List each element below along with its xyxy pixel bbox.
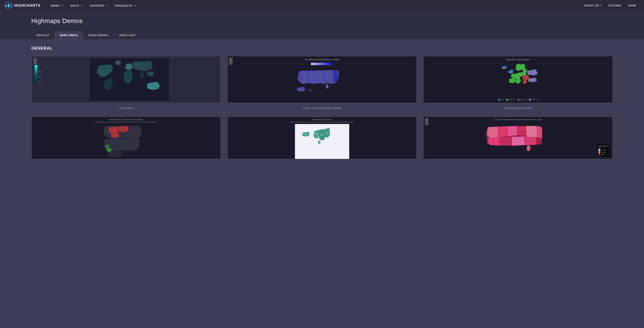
europe-title: EUROPE TIME ZONES: [506, 58, 530, 61]
legend-utc-dot: [498, 99, 500, 100]
unemployment-map-svg: [424, 121, 612, 159]
demo-image-unemployment: US COUNTIES UNEMPLOYMENT RATES, APRIL 20…: [423, 117, 613, 159]
blackbird-title: HABITAT OF THE RUSTY BLACKBIRD: [41, 119, 211, 121]
unemployment-dot-1: [598, 151, 600, 153]
us-map-svg: WA OR CA MT ID NV AZ ND SD NE KS MN IA M…: [228, 65, 416, 103]
unemployment-legend-title: Unemploymentrate: [598, 145, 609, 148]
demo-image-nordic: NORDIC COUNTRIES DEMO OF DRAWING ALL ARE…: [228, 117, 417, 159]
zoom-controls: + −: [33, 58, 37, 65]
svg-text:Iceland: Iceland: [304, 134, 308, 135]
unemployment-map-container: US COUNTIES UNEMPLOYMENT RATES, APRIL 20…: [424, 117, 612, 159]
world-map-container: + − 0 100 200 300: [32, 56, 220, 103]
demo-card-unemployment[interactable]: US COUNTIES UNEMPLOYMENT RATES, APRIL 20…: [423, 117, 613, 162]
svg-text:NY: NY: [334, 72, 335, 73]
svg-text:Finland: Finland: [325, 132, 330, 134]
svg-text:MO: MO: [326, 78, 328, 79]
blackbird-map-svg: [32, 124, 220, 159]
unemployment-legend-row-0: 0 - 2%: [598, 149, 609, 151]
demo-card-overview[interactable]: + − 0 100 200 300: [31, 56, 221, 110]
demo-image-blackbird: HABITAT OF THE RUSTY BLACKBIRD AN EXAMPL…: [31, 117, 221, 159]
unemployment-legend-row-2: 4%+: [598, 153, 609, 155]
svg-marker-1: [8, 3, 10, 8]
legend-utc3-dot: [529, 99, 531, 100]
svg-text:Sweden: Sweden: [320, 134, 324, 135]
us-map-title: US POPULATION DENSITY (/KM²): [304, 58, 339, 61]
nav-demo[interactable]: DEMO: [47, 0, 67, 11]
legend-utc3: UTC + 3: [529, 98, 538, 100]
nav-about-us[interactable]: ABOUT US: [581, 0, 604, 11]
svg-text:AZ: AZ: [313, 81, 314, 82]
us-color-bar: [311, 62, 333, 65]
demo-label-europe: Categorized areas: [504, 106, 532, 110]
demo-card-europe[interactable]: EUROPE TIME ZONES: [423, 56, 613, 110]
tab-sand-signika[interactable]: SAND SIGNIKA: [83, 31, 114, 39]
us-zoom-in[interactable]: +: [229, 58, 232, 61]
demo-image-europe: EUROPE TIME ZONES: [423, 56, 613, 103]
demo-card-us-population[interactable]: + − US POPULATION DENSITY (/KM²): [228, 56, 417, 110]
svg-text:MT: MT: [311, 72, 312, 73]
unemployment-dot-0: [598, 149, 600, 151]
svg-text:Norway: Norway: [314, 133, 319, 134]
tab-grid-light[interactable]: GRID LIGHT: [114, 31, 141, 39]
svg-text:Denmark: Denmark: [317, 142, 321, 143]
blackbird-subtitle: AN EXAMPLE OF A DISTRIBUTION MAP IN HIGH…: [41, 121, 211, 123]
legend-utc2: UTC + 2: [518, 98, 527, 100]
zoom-out-button[interactable]: −: [33, 62, 37, 65]
nav-docs[interactable]: DOCS: [67, 0, 86, 11]
unemployment-title: US COUNTIES UNEMPLOYMENT RATES, APRIL 20…: [433, 119, 603, 121]
logo-icon: [4, 1, 12, 9]
demo-card-nordic[interactable]: NORDIC COUNTRIES DEMO OF DRAWING ALL ARE…: [228, 117, 417, 162]
nordic-subtitle: DEMO OF DRAWING ALL AREAS IN THE MAP, ON…: [237, 121, 407, 123]
demo-image-overview: + − 0 100 200 300: [31, 56, 221, 103]
unemployment-legend-row-1: 2 - 4%: [598, 151, 609, 153]
unemployment-legend: Unemploymentrate 0 - 2% 2 - 4% 4%+: [597, 144, 610, 157]
nordic-map-container: NORDIC COUNTRIES DEMO OF DRAWING ALL ARE…: [228, 117, 416, 159]
unemployment-label-1: 2 - 4%: [601, 151, 606, 153]
logo-text: HIGHCHARTS: [14, 3, 40, 7]
chevron-down-icon: [134, 5, 136, 6]
nordic-map-svg: Sweden Norway Finland Iceland Denmark: [228, 124, 416, 159]
svg-text:IA: IA: [326, 75, 327, 76]
us-map-container: + − US POPULATION DENSITY (/KM²): [228, 56, 416, 103]
tab-dark-unica[interactable]: DARK UNICA: [54, 31, 83, 39]
tabs-bar: DEFAULT DARK UNICA SAND SIGNIKA GRID LIG…: [0, 31, 644, 39]
blackbird-map-container: HABITAT OF THE RUSTY BLACKBIRD AN EXAMPL…: [32, 117, 220, 159]
svg-marker-2: [5, 4, 8, 7]
svg-text:ID: ID: [311, 75, 312, 77]
svg-text:ND: ND: [320, 72, 321, 73]
demo-label-us-population: Color axis and data labels: [303, 106, 342, 110]
svg-text:MN: MN: [326, 72, 328, 73]
demo-card-blackbird[interactable]: HABITAT OF THE RUSTY BLACKBIRD AN EXAMPL…: [31, 117, 221, 162]
svg-text:PA: PA: [334, 75, 335, 77]
logo[interactable]: HIGHCHARTS: [4, 1, 40, 9]
unemployment-label-0: 0 - 2%: [601, 149, 606, 151]
svg-text:KS: KS: [320, 81, 321, 82]
nav-main-links: DEMO DOCS SUPPORT PRODUCTS: [47, 0, 581, 11]
svg-text:CA: CA: [304, 80, 305, 81]
unemployment-label-2: 4%+: [601, 154, 604, 155]
nav-shop[interactable]: SHOP: [625, 0, 640, 11]
nordic-title: NORDIC COUNTRIES: [237, 119, 407, 121]
tab-default[interactable]: DEFAULT: [31, 31, 54, 39]
europe-map-svg: [424, 61, 612, 98]
nav-products[interactable]: PRODUCTS: [112, 0, 139, 11]
main-content: GENERAL + − 0 100 2: [0, 39, 644, 328]
demo-grid: + − 0 100 200 300: [31, 56, 613, 162]
legend-utc2-dot: [518, 99, 520, 100]
page-title: Highmaps Demos: [31, 17, 613, 24]
legend-utc1: UTC + 1: [506, 98, 516, 100]
nav-plugins[interactable]: PLUGINS: [605, 0, 624, 11]
svg-text:NE: NE: [319, 78, 320, 79]
demo-image-us-population: + − US POPULATION DENSITY (/KM²): [228, 56, 417, 103]
world-map-svg: [40, 58, 218, 100]
legend-bar-container: [35, 65, 37, 83]
svg-marker-3: [10, 4, 12, 7]
zoom-in-button[interactable]: +: [33, 58, 37, 62]
svg-text:SD: SD: [320, 75, 321, 76]
nav-support[interactable]: SUPPORT: [86, 0, 111, 11]
us-zoom-controls: + −: [229, 58, 232, 65]
chevron-down-icon: [106, 5, 108, 6]
us-zoom-out[interactable]: −: [229, 61, 232, 65]
legend-gradient-bar: [35, 65, 37, 83]
svg-text:WA: WA: [304, 74, 305, 75]
